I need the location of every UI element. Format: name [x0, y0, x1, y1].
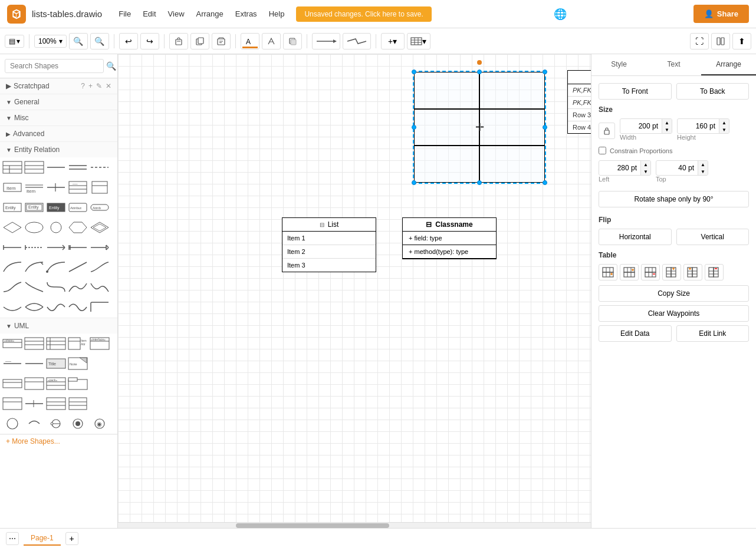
uml-shape-17[interactable]: [68, 395, 88, 412]
er-attribute-rect[interactable]: Attribut: [68, 199, 88, 216]
uml-fork[interactable]: [46, 415, 66, 432]
handle-bc[interactable]: [477, 180, 482, 185]
er-shape-dash[interactable]: [46, 179, 66, 196]
er-curve-3[interactable]: [46, 259, 66, 276]
table-insert-row-below[interactable]: [599, 264, 617, 280]
menu-help[interactable]: Help: [263, 7, 291, 21]
er-relation-oval[interactable]: [24, 219, 44, 236]
connection-button[interactable]: [312, 33, 340, 49]
canvas[interactable]: ✛ ⊟ Table PK,FK1 Row 1 PK,FK2 Row 2 Row …: [118, 54, 591, 528]
list-item-2[interactable]: Item 2: [282, 245, 376, 259]
zoom-in-button[interactable]: 🔍: [69, 33, 88, 49]
fullscreen-button[interactable]: ⛶: [690, 33, 709, 49]
width-increment[interactable]: ▲: [662, 119, 672, 126]
unsaved-changes-button[interactable]: Unsaved changes. Click here to save.: [296, 6, 431, 22]
uml-shape-15[interactable]: [24, 395, 44, 412]
handle-br[interactable]: [543, 180, 547, 185]
share-button[interactable]: 👤 Share: [693, 5, 749, 23]
horizontal-scrollbar[interactable]: [118, 522, 591, 528]
uml-arc[interactable]: [24, 415, 44, 432]
width-input[interactable]: [620, 120, 662, 133]
scratchpad-section-header[interactable]: ▶ Scratchpad ? + ✎ ✕: [0, 78, 117, 94]
er-curve-8[interactable]: [46, 279, 66, 296]
zoom-control[interactable]: 100% ▾: [34, 35, 67, 48]
er-shape-item-line[interactable]: item: [24, 179, 44, 196]
top-decrement[interactable]: ▼: [698, 168, 708, 175]
menu-file[interactable]: File: [113, 7, 137, 21]
uml-end-circle[interactable]: [68, 415, 88, 432]
collapse-button[interactable]: ⬆: [732, 33, 751, 49]
menu-edit[interactable]: Edit: [137, 7, 162, 21]
insert-button[interactable]: + ▾: [381, 33, 405, 49]
table-shape[interactable]: ⊟ Table PK,FK1 Row 1 PK,FK2 Row 2 Row 3 …: [567, 70, 591, 134]
uml-section-header[interactable]: ▼ UML: [0, 318, 117, 334]
shadow-button[interactable]: [283, 33, 302, 49]
table-insert-col-right[interactable]: [662, 264, 681, 280]
handle-bl[interactable]: [412, 180, 416, 185]
misc-section-header[interactable]: ▼ Misc: [0, 110, 117, 126]
er-curve-4[interactable]: [68, 259, 88, 276]
table-row-2[interactable]: PK,FK2 Row 2: [568, 97, 591, 109]
er-curve-5[interactable]: [90, 259, 110, 276]
uml-shape-2[interactable]: [24, 335, 44, 352]
list-shape[interactable]: ⊟ List Item 1 Item 2 Item 3: [282, 217, 376, 272]
tab-style[interactable]: Style: [591, 54, 646, 75]
uml-shape-16[interactable]: [46, 395, 66, 412]
class-shape[interactable]: ⊟ Classname + field: type + method(type)…: [402, 217, 497, 259]
list-item-1[interactable]: Item 1: [282, 232, 376, 245]
selected-grid-shape[interactable]: ✛: [413, 71, 546, 184]
page-tab-1[interactable]: Page-1: [24, 532, 61, 546]
uml-shape-12[interactable]: «pack»: [46, 375, 66, 392]
er-relation-hexagon[interactable]: [68, 219, 88, 236]
menu-extras[interactable]: Extras: [229, 7, 263, 21]
uml-shape-9[interactable]: Note: [68, 355, 88, 372]
line-color-button[interactable]: [262, 33, 281, 49]
uml-shape-8[interactable]: Title: [46, 355, 66, 372]
format-button[interactable]: [711, 33, 730, 49]
menu-arrange[interactable]: Arrange: [190, 7, 229, 21]
uml-circle[interactable]: [2, 415, 22, 432]
er-curve-6[interactable]: [2, 279, 22, 296]
er-shape-class[interactable]: ──: [68, 179, 88, 196]
table-delete-col[interactable]: [705, 264, 724, 280]
search-input[interactable]: [5, 59, 104, 73]
er-shape-line-dashed[interactable]: [90, 159, 110, 176]
class-method-1[interactable]: + method(type): type: [403, 245, 496, 258]
er-relation-diamond[interactable]: [2, 219, 22, 236]
constrain-checkbox[interactable]: [599, 147, 606, 154]
height-increment[interactable]: ▲: [719, 119, 729, 126]
er-curve-10[interactable]: [90, 279, 110, 296]
table-row-4[interactable]: Row 4: [568, 121, 591, 133]
zoom-out-button[interactable]: 🔍: [90, 33, 109, 49]
rotate-button[interactable]: Rotate shape only by 90°: [599, 191, 749, 207]
uml-shape-4[interactable]: ItemAttr: [68, 335, 88, 352]
er-curve-14[interactable]: [68, 299, 88, 316]
paste-style-button[interactable]: [212, 33, 231, 49]
menu-view[interactable]: View: [162, 7, 190, 21]
class-field-1[interactable]: + field: type: [403, 232, 496, 245]
er-curve-1[interactable]: [2, 259, 22, 276]
er-line-2[interactable]: [24, 239, 44, 256]
er-curve-2[interactable]: [24, 259, 44, 276]
er-line-4[interactable]: [68, 239, 88, 256]
rotation-handle[interactable]: [477, 60, 482, 65]
scratchpad-edit-icon[interactable]: ✎: [96, 82, 102, 90]
edit-data-button[interactable]: Edit Data: [599, 325, 672, 342]
er-entity-filled[interactable]: Entity: [46, 199, 66, 216]
more-pages-button[interactable]: ⋯: [6, 532, 19, 545]
top-input[interactable]: [656, 161, 698, 174]
uml-shape-7[interactable]: [24, 355, 44, 372]
copy-size-button[interactable]: Copy Size: [599, 285, 749, 302]
scratchpad-close-icon[interactable]: ✕: [106, 82, 111, 90]
table-button[interactable]: ▾: [407, 33, 430, 49]
scrollbar-thumb[interactable]: [236, 523, 389, 528]
sidebar-toggle-button[interactable]: ▤ ▾: [5, 35, 24, 48]
height-decrement[interactable]: ▼: [719, 126, 729, 133]
scratchpad-help-icon[interactable]: ?: [81, 82, 85, 90]
uml-end-bar[interactable]: ◉: [90, 415, 110, 432]
flip-vertical-button[interactable]: Vertical: [676, 229, 750, 245]
waypoint-button[interactable]: [343, 33, 371, 49]
general-section-header[interactable]: ▼ General: [0, 94, 117, 110]
to-back-button[interactable]: To Back: [676, 83, 750, 100]
er-curve-15[interactable]: [90, 299, 110, 316]
